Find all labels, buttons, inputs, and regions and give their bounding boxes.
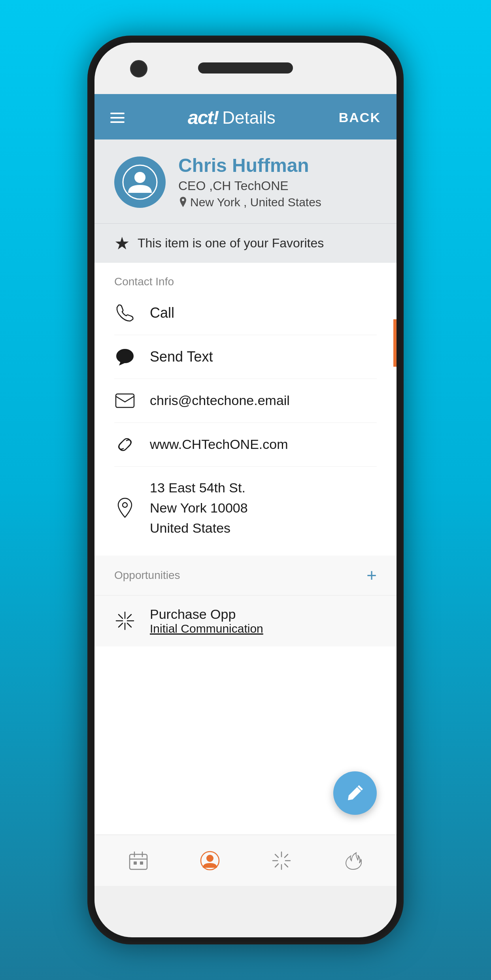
svg-rect-8 [134, 861, 137, 865]
call-item[interactable]: Call [94, 291, 397, 335]
opportunity-name: Purchase Opp [150, 607, 377, 622]
favorites-bar: ★ This item is one of your Favorites [94, 223, 397, 263]
phone-icon [114, 302, 136, 324]
opportunities-nav-icon [270, 849, 293, 873]
app-logo: act! [188, 107, 218, 128]
website-value[interactable]: www.CHTechONE.com [150, 437, 288, 452]
email-value[interactable]: chris@chtechone.email [150, 393, 290, 408]
profile-location: New York , United States [178, 196, 377, 209]
calendar-icon [127, 849, 150, 873]
phone-screen: act! Details BACK Chris Huffman CEO ,CH … [94, 43, 397, 937]
address-value: 13 East 54th St.New York 10008United Sta… [150, 478, 248, 538]
call-label: Call [150, 305, 174, 321]
location-icon [114, 497, 136, 518]
star-icon: ★ [114, 233, 130, 253]
opportunity-stage: Initial Communication [150, 622, 377, 635]
opportunity-info: Purchase Opp Initial Communication [150, 607, 377, 635]
menu-button[interactable] [110, 113, 125, 123]
side-button [393, 319, 397, 367]
hot-leads-icon [341, 849, 365, 873]
svg-point-1 [134, 172, 145, 183]
nav-calendar[interactable] [119, 845, 158, 876]
favorites-text: This item is one of your Favorites [138, 236, 324, 251]
website-item[interactable]: www.CHTechONE.com [94, 423, 397, 466]
address-item: 13 East 54th St.New York 10008United Sta… [94, 467, 397, 549]
profile-job-title: CEO ,CH TechONE [178, 179, 377, 193]
location-text: New York , United States [190, 196, 321, 209]
camera [130, 60, 147, 77]
profile-info: Chris Huffman CEO ,CH TechONE New York ,… [178, 155, 377, 209]
add-opportunity-button[interactable]: + [366, 567, 377, 584]
speaker [198, 62, 293, 74]
contacts-active-icon [198, 849, 222, 873]
page-title: Details [222, 108, 276, 128]
link-icon [114, 434, 136, 455]
nav-opportunities[interactable] [262, 845, 301, 876]
message-icon [114, 346, 136, 368]
opportunities-label: Opportunities [114, 569, 180, 582]
nav-hot-leads[interactable] [333, 845, 373, 876]
opportunity-item[interactable]: Purchase Opp Initial Communication [94, 595, 397, 646]
opportunity-icon [114, 610, 136, 631]
avatar [114, 156, 166, 208]
svg-point-11 [206, 855, 213, 862]
email-icon [114, 390, 136, 411]
bottom-navigation [94, 835, 397, 886]
screen-content: act! Details BACK Chris Huffman CEO ,CH … [94, 94, 397, 886]
app-header: act! Details BACK [94, 94, 397, 139]
svg-rect-3 [116, 394, 134, 407]
svg-rect-9 [140, 861, 143, 865]
email-item[interactable]: chris@chtechone.email [94, 379, 397, 422]
opportunities-header: Opportunities + [94, 556, 397, 595]
svg-rect-4 [130, 854, 147, 869]
edit-fab-button[interactable] [333, 771, 377, 815]
profile-name: Chris Huffman [178, 155, 377, 176]
send-text-item[interactable]: Send Text [94, 335, 397, 379]
profile-section: Chris Huffman CEO ,CH TechONE New York ,… [94, 139, 397, 223]
svg-point-2 [116, 349, 134, 363]
send-text-label: Send Text [150, 349, 213, 365]
back-button[interactable]: BACK [339, 110, 381, 125]
nav-contacts[interactable] [190, 845, 230, 876]
phone-device: act! Details BACK Chris Huffman CEO ,CH … [87, 36, 404, 944]
contact-info-label: Contact Info [94, 263, 397, 291]
